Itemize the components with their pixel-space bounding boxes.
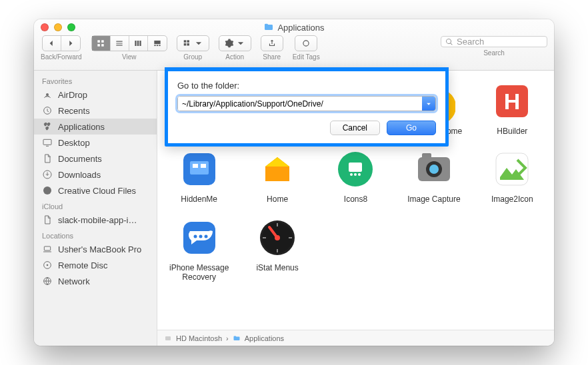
sidebar-item-airdrop[interactable]: AirDrop (34, 87, 157, 103)
svg-rect-58 (165, 336, 171, 340)
svg-rect-35 (201, 164, 206, 168)
sidebar-item-label: Documents (58, 154, 102, 164)
sidebar-item-remote-disc[interactable]: Remote Disc (34, 257, 157, 273)
search-field[interactable]: Search (441, 36, 547, 47)
svg-rect-10 (183, 43, 186, 46)
minimize-button[interactable] (54, 23, 62, 31)
app-icon (491, 148, 533, 190)
app-label: iStat Menus (256, 263, 298, 272)
app-icon (178, 216, 221, 259)
desktop-icon (42, 137, 53, 148)
sidebar-item-recents[interactable]: Recents (34, 103, 157, 119)
sidebar-item-downloads[interactable]: Downloads (34, 167, 157, 182)
sidebar-item-label: Desktop (58, 138, 90, 148)
combobox-dropdown-button[interactable] (422, 97, 435, 111)
path-bar[interactable]: HD Macintosh › Applications (157, 330, 554, 346)
svg-rect-38 (349, 163, 362, 172)
app-icon (256, 148, 299, 190)
svg-point-48 (193, 234, 197, 238)
app-icon (413, 148, 455, 190)
back-button[interactable] (43, 36, 61, 51)
share-icon (267, 39, 277, 48)
share-label: Share (263, 53, 281, 61)
folder-path-combobox[interactable] (177, 96, 436, 111)
forward-button[interactable] (61, 36, 80, 51)
app-label: iPhone Message Recovery (166, 263, 233, 282)
sidebar-item-label: slack-mobile-app-i… (58, 215, 137, 225)
disk-icon (164, 334, 172, 342)
download-icon (42, 169, 53, 180)
toolbar: Back/Forward View Group (34, 35, 554, 70)
path-current[interactable]: Applications (245, 334, 284, 342)
app-iphone-message-recovery[interactable]: iPhone Message Recovery (163, 216, 235, 282)
app-istat-menus[interactable]: iStat Menus (241, 216, 313, 282)
column-view-button[interactable] (129, 36, 148, 51)
share-button[interactable] (261, 35, 283, 51)
search-icon (445, 38, 453, 46)
svg-point-49 (199, 234, 202, 238)
app-hiddenme[interactable]: HiddenMe (163, 148, 235, 204)
svg-rect-34 (193, 164, 198, 168)
app-label: Icons8 (344, 194, 367, 204)
sidebar-item-creative-cloud-files[interactable]: Creative Cloud Files (34, 182, 157, 198)
sidebar-item-label: Applications (58, 122, 105, 132)
zoom-button[interactable] (67, 23, 75, 31)
app-label: Home (267, 194, 288, 204)
cancel-button[interactable]: Cancel (330, 121, 380, 135)
disc-icon (42, 260, 53, 270)
svg-point-17 (43, 186, 51, 194)
svg-rect-0 (98, 40, 101, 43)
sidebar-item-applications[interactable]: Applications (34, 119, 157, 135)
gallery-view-button[interactable] (148, 36, 167, 51)
app-icon: H (491, 80, 533, 123)
app-label: HBuilder (497, 127, 527, 136)
svg-point-41 (358, 173, 361, 176)
go-button[interactable]: Go (387, 121, 436, 135)
path-root[interactable]: HD Macintosh (176, 334, 222, 342)
airdrop-icon (42, 89, 53, 100)
chevron-down-icon (194, 39, 203, 48)
svg-rect-18 (44, 246, 50, 250)
list-view-button[interactable] (111, 36, 129, 51)
icon-view-button[interactable] (92, 36, 111, 51)
app-icon (334, 148, 377, 190)
sidebar-item-documents[interactable]: Documents (34, 151, 157, 167)
svg-rect-11 (187, 43, 189, 46)
svg-point-44 (429, 165, 439, 174)
sidebar-item-desktop[interactable]: Desktop (34, 135, 157, 151)
svg-rect-8 (183, 40, 186, 43)
dialog-title: Go to the folder: (177, 81, 436, 91)
cc-icon (42, 185, 53, 196)
sidebar-item-slack-mobile-app-i[interactable]: slack-mobile-app-i… (34, 212, 157, 228)
sidebar-item-label: Remote Disc (58, 260, 107, 270)
group-menu[interactable] (177, 35, 209, 51)
app-image-capture[interactable]: Image Capture (397, 148, 470, 204)
sidebar-item-usher-s-macbook-pro[interactable]: Usher's MacBook Pro (34, 241, 157, 257)
window-controls (34, 23, 75, 31)
action-menu[interactable] (219, 35, 251, 51)
search-placeholder: Search (457, 37, 484, 47)
globe-icon (42, 276, 53, 286)
svg-text:H: H (504, 89, 521, 114)
chevron-down-icon (236, 39, 245, 48)
app-hbuilder[interactable]: H HBuilder (476, 80, 549, 136)
edit-tags-button[interactable] (295, 35, 317, 51)
app-home[interactable]: Home (241, 148, 313, 204)
sidebar-header: Favorites (34, 73, 157, 87)
view-switcher[interactable] (91, 35, 167, 51)
svg-rect-6 (157, 45, 158, 46)
app-icon (256, 216, 299, 259)
sidebar-header: iCloud (34, 198, 157, 212)
back-forward-buttons[interactable] (42, 35, 81, 51)
app-label: Image Capture (407, 194, 460, 204)
sidebar-item-network[interactable]: Network (34, 273, 157, 289)
app-icon (178, 148, 221, 190)
laptop-icon (42, 244, 53, 254)
app-icons8[interactable]: Icons8 (319, 148, 392, 204)
close-button[interactable] (41, 23, 49, 31)
app-image2icon[interactable]: Image2Icon (476, 148, 549, 204)
group-label: Group (183, 53, 202, 61)
folder-path-input[interactable] (178, 97, 422, 111)
chevron-down-icon (425, 101, 432, 107)
sidebar-item-label: Usher's MacBook Pro (58, 244, 141, 254)
